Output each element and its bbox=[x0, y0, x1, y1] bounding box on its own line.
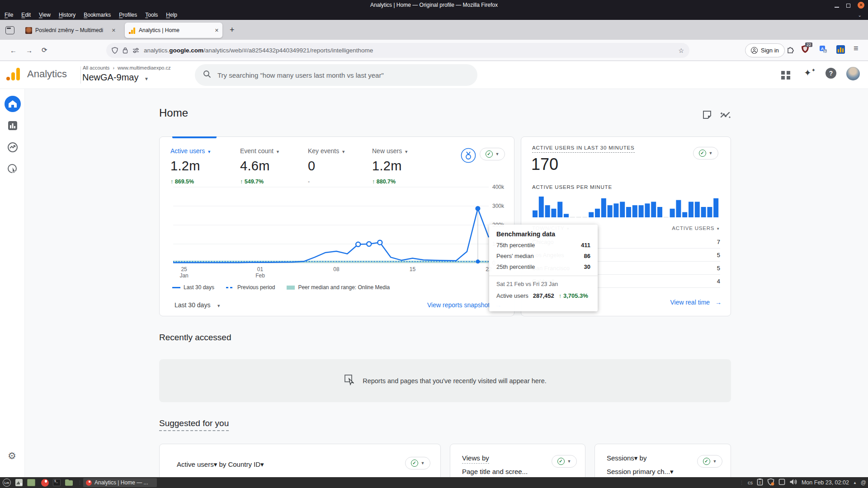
realtime-status-chip[interactable]: ✓ ▼ bbox=[693, 147, 718, 160]
tab-analytics-home[interactable]: Analytics | Home ✕ bbox=[125, 23, 222, 38]
metric-new-users[interactable]: New users▼1.2m↑ 880.7% bbox=[372, 147, 408, 185]
ublock-extension-icon[interactable]: 22 bbox=[801, 45, 809, 53]
hamburger-menu-icon[interactable]: ≡ bbox=[854, 44, 859, 53]
svg-text:01: 01 bbox=[257, 266, 264, 272]
menu-profiles[interactable]: Profiles bbox=[119, 12, 137, 18]
date-range-selector[interactable]: Last 30 days ▼ bbox=[175, 301, 221, 309]
menu-history[interactable]: History bbox=[59, 12, 75, 18]
users-column-header[interactable]: ACTIVE USERS ▼ bbox=[672, 225, 720, 231]
chevron-down-icon: ▼ bbox=[421, 461, 425, 465]
menu-view[interactable]: View bbox=[39, 12, 51, 18]
tab-overview-icon[interactable] bbox=[5, 26, 14, 34]
suggested-card3-line1[interactable]: Sessions▾ by bbox=[607, 454, 646, 462]
metric-active-users[interactable]: Active users▼1.2m↑ 869.5% bbox=[170, 147, 211, 185]
suggested-card2-line1[interactable]: Views by bbox=[462, 454, 489, 464]
page-title: Home bbox=[159, 107, 188, 119]
apps-grid-icon[interactable] bbox=[781, 68, 791, 80]
view-realtime-link[interactable]: View real time → bbox=[670, 299, 722, 306]
firewall-shield-icon[interactable] bbox=[767, 478, 774, 487]
shield-icon[interactable] bbox=[112, 47, 118, 54]
analytics-extension-icon[interactable] bbox=[836, 45, 845, 56]
suggested-card2-chip[interactable]: ✓ ▼ bbox=[552, 455, 577, 468]
note-icon[interactable] bbox=[702, 110, 712, 122]
tab-posledni-zmeny[interactable]: Poslední změny – Multimedi ✕ bbox=[22, 23, 119, 38]
tab1-title: Poslední změny – Multimedi bbox=[35, 27, 108, 33]
window-applet-icon[interactable] bbox=[778, 479, 785, 487]
nav-home-icon[interactable] bbox=[5, 96, 21, 112]
window-close-button[interactable]: ✕ bbox=[858, 2, 864, 9]
suggested-card3-chip[interactable]: ✓ ▼ bbox=[697, 455, 722, 468]
svg-text:15: 15 bbox=[410, 266, 416, 272]
window-titlebar[interactable]: Analytics | Home — Original profile — Mo… bbox=[0, 0, 868, 10]
bookmark-star-icon[interactable]: ☆ bbox=[678, 47, 684, 54]
menu-help[interactable]: Help bbox=[166, 12, 177, 18]
legend-solid: Last 30 days bbox=[172, 284, 214, 291]
tray-expand-icon[interactable]: ▲ bbox=[853, 481, 857, 485]
ga-logo-icon[interactable] bbox=[5, 67, 21, 82]
check-circle-icon: ✓ bbox=[699, 150, 706, 157]
firefox-red-icon[interactable] bbox=[41, 479, 49, 487]
forward-icon[interactable]: → bbox=[26, 47, 33, 54]
nav-advertising-icon[interactable] bbox=[7, 164, 18, 176]
svg-text:400k: 400k bbox=[492, 184, 505, 190]
ga-search-bar[interactable]: Try searching "how many users last month… bbox=[195, 64, 477, 86]
help-icon[interactable]: ? bbox=[826, 68, 836, 79]
property-selector[interactable]: NewGA-9may ▼ bbox=[82, 72, 149, 83]
window-maximize-button[interactable] bbox=[846, 4, 850, 8]
realtime-value: 170 bbox=[531, 155, 558, 174]
extensions-puzzle-icon[interactable] bbox=[787, 46, 794, 55]
breadcrumb-accounts[interactable]: All accounts bbox=[83, 65, 109, 70]
insights-icon[interactable] bbox=[720, 110, 731, 122]
gemini-sparkle-icon[interactable]: ✦✦ bbox=[804, 67, 816, 78]
url-bar[interactable]: analytics.google.com/analytics/web/#/a82… bbox=[106, 43, 689, 58]
avatar[interactable] bbox=[846, 67, 860, 80]
tooltip-row: 25th percentile30 bbox=[496, 263, 590, 270]
check-circle-icon: ✓ bbox=[411, 460, 418, 467]
legend-band: Peer median and range: Online Media bbox=[287, 284, 390, 291]
reload-icon[interactable]: ⟳ bbox=[42, 46, 47, 54]
tab2-close-icon[interactable]: ✕ bbox=[215, 28, 219, 33]
svg-text:!: ! bbox=[759, 480, 760, 485]
taskbar-clock[interactable]: Mon Feb 23, 02:02 bbox=[802, 479, 849, 486]
property-name: NewGA-9may bbox=[82, 72, 138, 82]
files-folder-icon[interactable] bbox=[65, 479, 73, 486]
taskbar-window-label: Analytics | Home — ... bbox=[94, 479, 148, 486]
menubar-overflow-icon[interactable]: ⌄ bbox=[858, 13, 862, 18]
terminal-icon[interactable]: $_ bbox=[53, 479, 61, 486]
green-window-icon[interactable] bbox=[27, 479, 35, 486]
menu-edit[interactable]: Edit bbox=[21, 12, 31, 18]
tab1-close-icon[interactable]: ✕ bbox=[112, 28, 116, 33]
home-card-status-chip[interactable]: ✓ ▼ bbox=[480, 148, 505, 160]
menu-tools[interactable]: Tools bbox=[145, 12, 158, 18]
menu-file[interactable]: File bbox=[5, 12, 13, 18]
image-viewer-icon[interactable] bbox=[15, 479, 23, 487]
taskbar-window-button[interactable]: Analytics | Home — ... bbox=[83, 478, 157, 487]
metric-key-events[interactable]: Key events▼0- bbox=[308, 147, 345, 185]
suggested-card1-chip[interactable]: ✓ ▼ bbox=[405, 457, 430, 469]
nav-reports-icon[interactable] bbox=[7, 120, 18, 133]
breadcrumb-site[interactable]: www.multimediaexpo.cz bbox=[118, 65, 170, 70]
clipboard-tray-icon[interactable]: ! bbox=[757, 478, 763, 487]
mint-menu-icon[interactable]: Lm bbox=[3, 479, 11, 487]
window-minimize-button[interactable] bbox=[835, 7, 839, 8]
nav-explore-icon[interactable] bbox=[7, 142, 18, 155]
back-icon[interactable]: ← bbox=[10, 47, 17, 54]
benchmarking-medal-icon[interactable] bbox=[461, 148, 476, 163]
volume-speaker-icon[interactable] bbox=[789, 479, 797, 487]
active-metric-indicator bbox=[172, 136, 217, 138]
keyboard-layout-indicator[interactable]: cs bbox=[748, 480, 753, 485]
lock-icon[interactable] bbox=[123, 47, 128, 54]
firefox-signin-button[interactable]: Sign in bbox=[745, 43, 785, 57]
suggested-card1-title[interactable]: Active users▾ by Country ID▾ bbox=[177, 460, 264, 469]
menu-bookmarks[interactable]: Bookmarks bbox=[84, 12, 111, 18]
admin-gear-icon[interactable]: ⚙ bbox=[8, 450, 16, 461]
window-title: Analytics | Home — Original profile — Mo… bbox=[370, 2, 498, 8]
svg-text:25: 25 bbox=[181, 266, 187, 272]
translate-extension-icon[interactable]: Aあ bbox=[819, 45, 827, 55]
taskbar: Lm $_ ⋮ Analytics | Home — ... ⋮ cs ! bbox=[0, 477, 868, 488]
metric-event-count[interactable]: Event count▼4.6m↑ 549.7% bbox=[240, 147, 280, 185]
trend-chart[interactable]: 0100k200k300k400k25Jan01Feb081522 bbox=[160, 182, 515, 280]
permissions-icon[interactable] bbox=[132, 47, 139, 53]
new-tab-button[interactable]: + bbox=[230, 25, 235, 35]
breadcrumb[interactable]: All accounts › www.multimediaexpo.cz bbox=[83, 65, 170, 70]
